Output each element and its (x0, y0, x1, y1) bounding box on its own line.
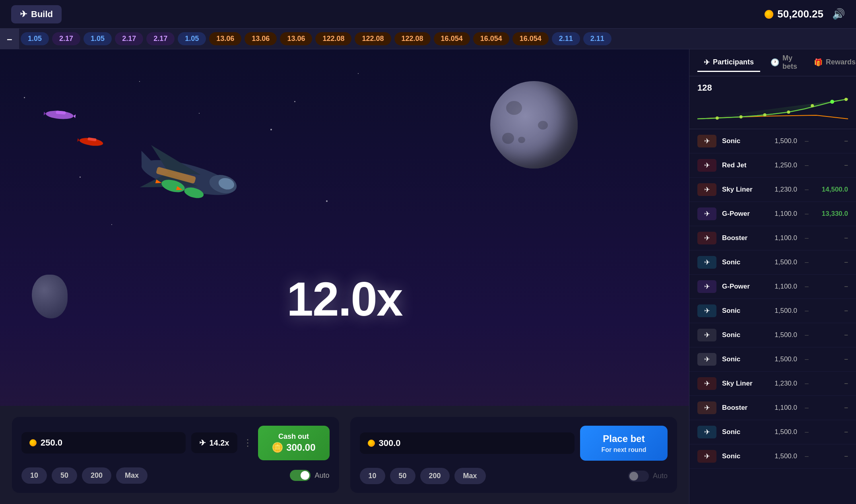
participant-avatar: ✈ (697, 183, 716, 196)
star (111, 224, 112, 225)
participant-row: ✈G-Power1,100.0–13,330.0 (689, 202, 856, 226)
ticker-item: 122.08 (315, 32, 351, 45)
participant-row: ✈Red Jet1,250.0–– (689, 153, 856, 178)
participant-row: ✈G-Power1,100.0–– (689, 275, 856, 299)
ticker-item: 2.17 (146, 32, 175, 45)
participant-dash: – (803, 380, 811, 388)
participant-dash: – (803, 283, 811, 291)
participant-dash: – (803, 355, 811, 363)
plane-red (76, 125, 107, 156)
chip-max-1[interactable]: Max (116, 467, 148, 484)
participant-name: G-Power (722, 283, 769, 291)
star (270, 129, 272, 130)
participant-bet: 1,100.0 (774, 210, 797, 218)
chart-area: 128 (689, 76, 856, 129)
auto-toggle-thumb-2 (629, 472, 638, 481)
participant-dash: – (803, 331, 811, 339)
participant-bet: 1,100.0 (774, 283, 797, 291)
participants-icon: ✈ (704, 58, 710, 67)
ticker-item: 13.06 (280, 32, 312, 45)
svg-marker-2 (73, 114, 76, 118)
ticker-item: 16.054 (434, 32, 470, 45)
bet-amount-2: 300.0 (379, 438, 401, 448)
header-left: ✈ Build (11, 5, 62, 23)
bet-panel-2-bottom: 10 50 200 Max Auto (360, 468, 668, 484)
chip-10-2[interactable]: 10 (360, 468, 385, 484)
star (294, 101, 295, 102)
ticker-item: 2.17 (52, 32, 80, 45)
participant-row: ✈Sky Liner1,230.0–– (689, 372, 856, 396)
ticker-item: 13.06 (209, 32, 241, 45)
participant-name: G-Power (722, 210, 769, 218)
place-bet-button[interactable]: Place bet For next round (580, 426, 668, 461)
ticker-item: 16.054 (473, 32, 509, 45)
star (358, 73, 359, 74)
participants-list: ✈Sonic1,500.0––✈Red Jet1,250.0––✈Sky Lin… (689, 129, 856, 504)
tab-participants-label: Participants (713, 58, 754, 66)
chip-200-1[interactable]: 200 (82, 467, 111, 484)
participant-dash: – (803, 161, 811, 169)
tab-participants[interactable]: ✈ Participants (697, 54, 760, 72)
auto-toggle-2: Auto (628, 471, 668, 482)
build-button[interactable]: ✈ Build (11, 5, 62, 23)
ticker-item: 2.11 (583, 32, 611, 45)
participant-win: – (816, 355, 848, 363)
chip-50-1[interactable]: 50 (52, 467, 77, 484)
right-panel: ✈ Participants 🕐 My bets 🎁 Rewards ☰ 128 (689, 49, 856, 504)
star (24, 97, 25, 98)
place-bet-line2: For next round (593, 446, 655, 454)
participant-name: Sky Liner (722, 186, 769, 194)
auto-toggle-1: Auto (290, 470, 329, 481)
ticker-item: 1.05 (83, 32, 112, 45)
bet-panel-2-top: 300.0 Place bet For next round (360, 426, 668, 461)
bet-controls: 250.0 ✈ 14.2x ⋮ Cash out 🪙 300.00 (0, 406, 689, 504)
participant-name: Booster (722, 404, 769, 412)
participant-row: ✈Sonic1,500.0–– (689, 129, 856, 153)
participant-name: Sonic (722, 355, 769, 363)
plane-purple (43, 100, 77, 130)
star (80, 176, 81, 178)
main-row: 12.0x 250.0 ✈ 14.2x ⋮ Cash (0, 49, 856, 504)
participant-win: – (816, 258, 848, 266)
balance-value: 50,200.25 (777, 8, 823, 20)
ticker-item: 16.054 (512, 32, 549, 45)
participant-avatar: ✈ (697, 256, 716, 269)
participant-row: ✈Booster1,100.0–– (689, 226, 856, 250)
tab-my-bets[interactable]: 🕐 My bets (764, 50, 804, 76)
cashout-label: Cash out (269, 432, 318, 441)
game-area: 12.0x 250.0 ✈ 14.2x ⋮ Cash (0, 49, 689, 504)
participant-bet: 1,500.0 (774, 355, 797, 363)
chip-50-2[interactable]: 50 (390, 468, 415, 484)
auto-label-2: Auto (653, 472, 668, 480)
participant-dash: – (803, 404, 811, 412)
participant-name: Sonic (722, 428, 769, 436)
tab-rewards[interactable]: 🎁 Rewards (807, 54, 856, 72)
plane-icon-small: ✈ (199, 438, 206, 448)
participant-bet: 1,100.0 (774, 404, 797, 412)
auto-toggle-track-2[interactable] (628, 471, 649, 482)
auto-label-1: Auto (314, 471, 329, 480)
ticker-item: 122.08 (394, 32, 431, 45)
participant-name: Sonic (722, 137, 769, 145)
participant-avatar: ✈ (697, 207, 716, 220)
three-dots-1[interactable]: ⋮ (243, 437, 252, 448)
participant-dash: – (803, 137, 811, 145)
star (199, 113, 200, 114)
history-icon: 🕐 (771, 58, 779, 67)
ticker-minus: – (0, 29, 19, 49)
chip-10-1[interactable]: 10 (21, 467, 47, 484)
sound-button[interactable]: 🔊 (832, 8, 845, 20)
bet-multiplier-1: 14.2x (209, 438, 229, 448)
participant-name: Sky Liner (722, 380, 769, 388)
auto-toggle-track-1[interactable] (290, 470, 311, 481)
cashout-button[interactable]: Cash out 🪙 300.00 (258, 426, 330, 460)
participant-win: – (816, 428, 848, 436)
plane-main (129, 136, 253, 227)
participant-name: Sonic (722, 258, 769, 266)
plane-icon: ✈ (20, 9, 27, 19)
participant-avatar: ✈ (697, 232, 716, 244)
balance-display: 50,200.25 (765, 8, 823, 20)
chip-200-2[interactable]: 200 (420, 468, 450, 484)
participant-count: 128 (697, 83, 848, 93)
chip-max-2[interactable]: Max (454, 468, 486, 484)
